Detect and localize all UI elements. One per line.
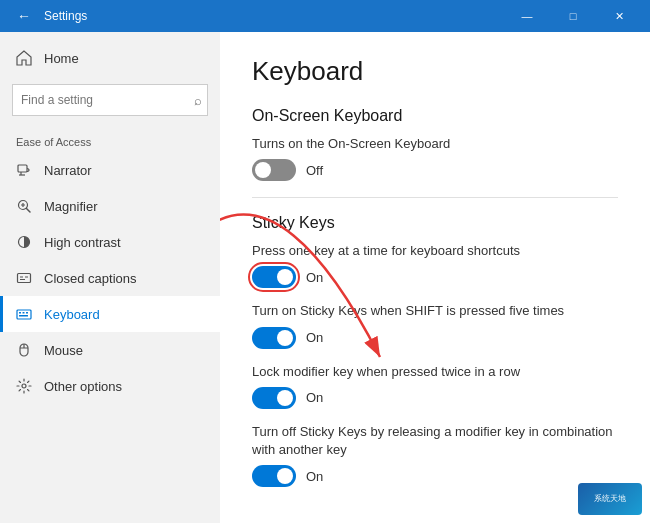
watermark-text: 系统天地 [594,494,626,504]
sticky-keys-lock-row: Lock modifier key when pressed twice in … [252,363,618,409]
main-panel: Keyboard On-Screen Keyboard Turns on the… [220,32,650,523]
closed-captions-label: Closed captions [44,271,137,286]
search-input[interactable] [12,84,208,116]
sidebar-search: ⌕ [12,84,208,116]
sticky-keys-lock-toggle-row: On [252,387,618,409]
sidebar-item-magnifier[interactable]: Magnifier [0,188,220,224]
sticky-keys-shift-toggle-row: On [252,327,618,349]
sticky-keys-title: Sticky Keys [252,214,618,232]
sticky-keys-shift-toggle[interactable] [252,327,296,349]
app-body: Home ⌕ Ease of Access Narrator [0,32,650,523]
svg-rect-6 [23,312,25,314]
sidebar-item-closed-captions[interactable]: Closed captions [0,260,220,296]
sidebar-item-other-options[interactable]: Other options [0,368,220,404]
on-screen-keyboard-title: On-Screen Keyboard [252,107,618,125]
osk-toggle[interactable] [252,159,296,181]
sticky-keys-toggle-label: On [306,270,323,285]
sticky-keys-release-description: Turn off Sticky Keys by releasing a modi… [252,423,618,459]
back-button[interactable]: ← [8,0,40,32]
sticky-keys-description: Press one key at a time for keyboard sho… [252,242,618,260]
sticky-keys-release-row: Turn off Sticky Keys by releasing a modi… [252,423,618,487]
sidebar-home-label: Home [44,51,79,66]
sticky-keys-lock-label: On [306,390,323,405]
keyboard-label: Keyboard [44,307,100,322]
svg-rect-5 [19,312,21,314]
search-icon: ⌕ [194,93,202,108]
svg-rect-0 [18,165,27,172]
mouse-icon [16,342,32,358]
sticky-keys-lock-toggle[interactable] [252,387,296,409]
mouse-label: Mouse [44,343,83,358]
osk-setting-row: Turns on the On-Screen Keyboard Off [252,135,618,181]
sticky-keys-shift-description: Turn on Sticky Keys when SHIFT is presse… [252,302,618,320]
magnifier-icon [16,198,32,214]
sticky-keys-lock-description: Lock modifier key when pressed twice in … [252,363,618,381]
keyboard-icon [16,306,32,322]
sticky-keys-shift-toggle-knob [277,330,293,346]
sidebar: Home ⌕ Ease of Access Narrator [0,32,220,523]
sidebar-section-label: Ease of Access [0,124,220,152]
osk-description: Turns on the On-Screen Keyboard [252,135,618,153]
section-divider [252,197,618,198]
high-contrast-icon [16,234,32,250]
svg-rect-3 [18,274,31,283]
title-bar-title: Settings [40,9,504,23]
sticky-keys-release-label: On [306,469,323,484]
sticky-keys-toggle-knob [277,269,293,285]
closed-captions-icon [16,270,32,286]
page-title: Keyboard [252,56,618,87]
sidebar-item-home[interactable]: Home [0,40,220,76]
svg-rect-8 [19,315,28,317]
osk-toggle-row: Off [252,159,618,181]
other-options-icon [16,378,32,394]
watermark: 系统天地 [578,483,642,515]
sidebar-item-narrator[interactable]: Narrator [0,152,220,188]
sticky-keys-shift-label: On [306,330,323,345]
other-options-label: Other options [44,379,122,394]
sticky-keys-release-toggle-row: On [252,465,618,487]
sticky-keys-release-toggle-knob [277,468,293,484]
minimize-button[interactable]: — [504,0,550,32]
sidebar-item-mouse[interactable]: Mouse [0,332,220,368]
maximize-button[interactable]: □ [550,0,596,32]
title-bar: ← Settings — □ ✕ [0,0,650,32]
home-icon [16,50,32,66]
close-button[interactable]: ✕ [596,0,642,32]
sticky-keys-toggle-row: On [252,266,618,288]
narrator-icon [16,162,32,178]
title-bar-controls: — □ ✕ [504,0,642,32]
osk-toggle-knob [255,162,271,178]
sidebar-item-keyboard[interactable]: Keyboard [0,296,220,332]
narrator-label: Narrator [44,163,92,178]
sticky-keys-release-toggle[interactable] [252,465,296,487]
osk-toggle-label: Off [306,163,323,178]
magnifier-label: Magnifier [44,199,97,214]
sticky-keys-toggle[interactable] [252,266,296,288]
svg-rect-7 [26,312,28,314]
sticky-keys-main-row: Press one key at a time for keyboard sho… [252,242,618,288]
svg-point-9 [22,384,26,388]
high-contrast-label: High contrast [44,235,121,250]
sidebar-item-high-contrast[interactable]: High contrast [0,224,220,260]
sticky-keys-lock-toggle-knob [277,390,293,406]
sticky-keys-shift-row: Turn on Sticky Keys when SHIFT is presse… [252,302,618,348]
svg-rect-4 [17,310,31,319]
